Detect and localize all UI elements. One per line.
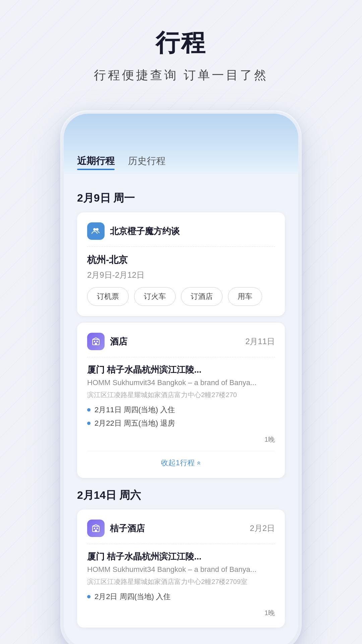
hotel-icon-1	[87, 333, 105, 350]
collapse-label: 收起1行程	[161, 458, 194, 468]
page-container: 行程 行程便捷查询 订单一目了然 近期行程 历史行程 2月9日 周一	[0, 0, 362, 644]
hotel-label-1: 酒店	[110, 336, 127, 347]
svg-point-1	[96, 228, 99, 231]
tab-recent[interactable]: 近期行程	[77, 155, 115, 167]
hotel-name-cn-1: 厦门 桔子水晶杭州滨江江陵...	[87, 364, 275, 376]
trip-card-meeting: 北京橙子魔方约谈 杭州-北京 2月9日-2月12日 订机票 订火车 订酒店 用车	[77, 212, 285, 316]
card-header-meeting: 北京橙子魔方约谈	[87, 222, 275, 247]
hotel-address-2: 滨江区江凌路星耀城如家酒店富力中心2幢27楼2709室	[87, 577, 275, 586]
trip-card-hotel-1: 酒店 2月11日 厦门 桔子水晶杭州滨江江陵... HOMM Sukhumvit…	[77, 323, 285, 478]
trip-card-hotel-2: 桔子酒店 2月2日 厦门 桔子水晶杭州滨江江陵... HOMM Sukhumvi…	[77, 509, 285, 628]
checkin-info-1: 2月11日 周四(当地) 入住 2月22日 周五(当地) 退房 1晚	[87, 405, 275, 444]
trip-dates: 2月9日-2月12日	[87, 270, 275, 280]
checkin-row-2: 2月2日 周四(当地) 入住	[87, 592, 275, 602]
trip-route: 杭州-北京	[87, 254, 275, 266]
hotel-label-2: 桔子酒店	[110, 523, 145, 534]
checkin-info-2: 2月2日 周四(当地) 入住 1晚	[87, 592, 275, 618]
meeting-title: 北京橙子魔方约谈	[110, 225, 180, 237]
svg-rect-7	[94, 528, 95, 529]
svg-rect-9	[95, 530, 97, 532]
page-title: 行程	[156, 27, 206, 59]
second-section: 2月14日 周六	[77, 488, 285, 628]
checkout-row-1: 2月22日 周五(当地) 退房	[87, 418, 275, 428]
hotel-date-1: 2月11日	[245, 336, 275, 347]
tab-history[interactable]: 历史行程	[128, 155, 166, 167]
dot-checkout-1	[87, 422, 90, 425]
svg-point-0	[93, 228, 96, 231]
nights-badge-1: 1晚	[87, 435, 275, 444]
btn-car[interactable]: 用车	[228, 287, 262, 306]
checkout-date-1: 2月22日 周五(当地) 退房	[95, 418, 175, 428]
hotel-name-cn-2: 厦门 桔子水晶杭州滨江江陵...	[87, 551, 275, 562]
btn-flight[interactable]: 订机票	[87, 287, 129, 306]
phone-frame: 近期行程 历史行程 2月9日 周一	[60, 110, 302, 644]
card-header-hotel-1: 酒店 2月11日	[87, 333, 275, 357]
hotel-name-en-2: HOMM Sukhumvit34 Bangkok – a brand of Ba…	[87, 565, 275, 574]
dot-checkin-2	[87, 595, 90, 598]
action-buttons: 订机票 订火车 订酒店 用车	[87, 287, 275, 306]
screen-header: 近期行程 历史行程	[64, 114, 298, 174]
screen-content: 2月9日 周一 北京橙子魔方约谈	[64, 174, 298, 644]
checkin-row-1: 2月11日 周四(当地) 入住	[87, 405, 275, 415]
svg-rect-4	[97, 341, 98, 342]
hotel-date-2: 2月2日	[250, 523, 275, 534]
hotel-icon-2	[87, 520, 105, 537]
meeting-icon	[87, 222, 105, 240]
hotel-address-1: 滨江区江凌路星耀城如家酒店富力中心2幢27楼270	[87, 390, 275, 399]
date-header-1: 2月9日 周一	[77, 191, 285, 206]
svg-rect-8	[97, 528, 98, 529]
btn-hotel[interactable]: 订酒店	[181, 287, 223, 306]
collapse-button[interactable]: 收起1行程	[87, 451, 275, 468]
date-header-2: 2月14日 周六	[77, 488, 285, 503]
hotel-name-en-1: HOMM Sukhumvit34 Bangkok – a brand of Ba…	[87, 378, 275, 387]
card-header-hotel-2: 桔子酒店 2月2日	[87, 520, 275, 544]
svg-rect-3	[94, 341, 95, 342]
nights-badge-2: 1晚	[87, 608, 275, 618]
dot-checkin-1	[87, 408, 90, 412]
tab-bar: 近期行程 历史行程	[77, 155, 166, 174]
phone-screen: 近期行程 历史行程 2月9日 周一	[64, 114, 298, 644]
btn-train[interactable]: 订火车	[134, 287, 176, 306]
checkin-date-2: 2月2日 周四(当地) 入住	[95, 592, 171, 602]
checkin-date-1: 2月11日 周四(当地) 入住	[95, 405, 175, 415]
svg-rect-5	[95, 343, 97, 345]
page-subtitle: 行程便捷查询 订单一目了然	[94, 67, 268, 84]
